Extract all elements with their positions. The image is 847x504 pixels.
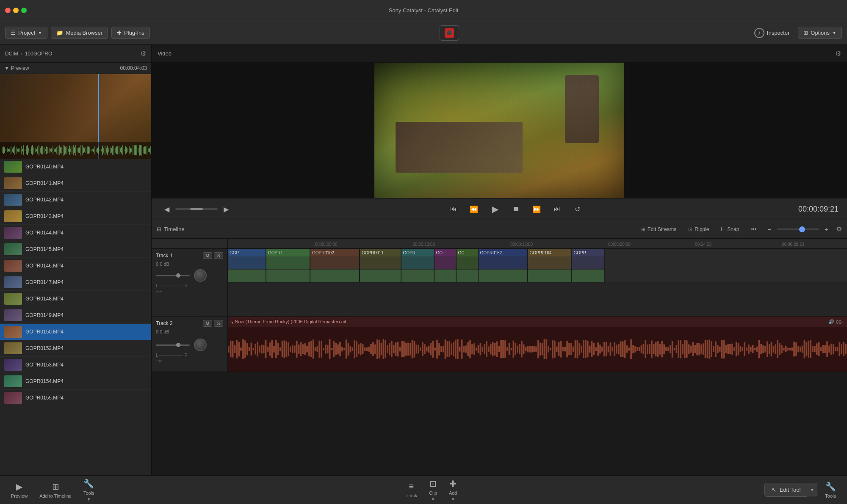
tools-left-button[interactable]: 🔧 Tools ▼ <box>79 477 99 503</box>
clip-waveform <box>528 270 571 282</box>
svg-rect-271 <box>787 348 789 350</box>
inspector-button[interactable]: i Inspector <box>749 25 794 41</box>
scroll-right-button[interactable]: ▶ <box>219 202 233 216</box>
track-2-pan-knob[interactable] <box>194 339 207 351</box>
plug-ins-button[interactable]: ✚ Plug-Ins <box>111 27 150 39</box>
settings-icon[interactable]: ⚙ <box>140 50 146 58</box>
step-forward-button[interactable]: ⏩ <box>530 202 543 216</box>
options-button[interactable]: ⊞ Options ▼ <box>798 27 842 39</box>
track-2-fader[interactable] <box>156 344 190 346</box>
media-browser-button[interactable]: 📁 Media Browser <box>51 27 108 39</box>
svg-rect-168 <box>575 340 576 358</box>
timeline-settings-icon[interactable]: ⚙ <box>836 225 842 233</box>
step-back-button[interactable]: ⏪ <box>467 202 481 216</box>
file-list-item[interactable]: GOPR0145.MP4 <box>0 241 151 258</box>
track-1-mute-button[interactable]: M <box>203 252 212 259</box>
breadcrumb-separator: › <box>21 51 22 57</box>
track-1-solo-button[interactable]: S <box>214 252 223 259</box>
waveform-bar <box>106 148 107 153</box>
file-list-item[interactable]: GOPR0154.MP4 <box>0 373 151 390</box>
clip-block[interactable]: GC <box>457 249 479 282</box>
zoom-out-button[interactable]: − <box>765 225 774 234</box>
preview-waveform <box>0 142 151 159</box>
file-list-item[interactable]: GOPR0140.MP4 <box>0 159 151 175</box>
video-settings-icon[interactable]: ⚙ <box>835 50 841 58</box>
go-to-start-button[interactable]: ⏮ <box>447 202 460 216</box>
clip-block[interactable]: GOPR0102... <box>310 249 360 282</box>
waveform-bar <box>93 149 94 152</box>
clip-block[interactable]: GOPR0164 <box>528 249 572 282</box>
waveform-bar <box>98 146 99 154</box>
track-button[interactable]: ≡ Track <box>401 480 421 500</box>
tools-right-button[interactable]: 🔧 Tools <box>821 480 840 500</box>
edit-tool-dropdown[interactable]: ▼ <box>807 483 817 496</box>
zoom-in-button[interactable]: + <box>822 225 831 234</box>
snap-button[interactable]: ⊢ Snap <box>717 225 742 234</box>
timeline-header: ⊞ Timeline ⊞ Edit Streams ⊡ Ripple ⊢ Sna… <box>152 220 847 239</box>
svg-rect-161 <box>560 341 562 357</box>
clip-block[interactable]: GOPR0011 <box>360 249 401 282</box>
video-preview[interactable] <box>152 63 847 198</box>
clip-block[interactable]: GOPRI <box>401 249 435 282</box>
svg-rect-62 <box>356 341 357 357</box>
clip-block[interactable]: GOPR0162... <box>479 249 528 282</box>
file-list-item[interactable]: GOPR0143.MP4 <box>0 208 151 225</box>
svg-rect-107 <box>448 341 450 357</box>
waveform-bar <box>144 146 145 154</box>
play-button[interactable]: ▶ <box>487 201 503 217</box>
file-list-item[interactable]: GOPR0155.MP4 <box>0 390 151 406</box>
file-list-item[interactable]: GOPR0141.MP4 <box>0 175 151 192</box>
add-to-timeline-button[interactable]: ⊞ Add to Timeline <box>35 480 76 500</box>
track-1-pan-label: L ──────── R <box>156 284 223 288</box>
track-1-pan-knob[interactable] <box>194 269 207 282</box>
minimize-button[interactable] <box>13 8 19 13</box>
clip-button[interactable]: ⊡ Clip ▼ <box>425 477 441 503</box>
more-options-button[interactable]: ••• <box>747 225 760 234</box>
clip-block[interactable]: GGP <box>228 249 266 282</box>
clip-block[interactable]: GOPRI <box>266 249 310 282</box>
stop-button[interactable]: ⏹ <box>509 202 523 216</box>
zoom-slider[interactable] <box>777 229 819 230</box>
project-button[interactable]: ☰ Project ▼ <box>5 27 47 39</box>
svg-rect-236 <box>715 342 717 357</box>
file-list-item[interactable]: GOPR0148.MP4 <box>0 291 151 307</box>
svg-rect-92 <box>418 345 419 354</box>
file-list-item[interactable]: GOPR0144.MP4 <box>0 225 151 241</box>
track-1-fader[interactable] <box>156 275 190 276</box>
clip-block[interactable]: GO <box>435 249 457 282</box>
track-2-solo-button[interactable]: S <box>214 320 223 327</box>
preview-thumbnail[interactable] <box>0 74 151 159</box>
maximize-button[interactable] <box>21 8 27 13</box>
edit-tool-button[interactable]: ↖ Edit Tool <box>764 483 808 497</box>
add-button[interactable]: ✚ Add ▼ <box>445 477 462 503</box>
file-list-item[interactable]: GOPR0149.MP4 <box>0 307 151 324</box>
waveform-bar <box>31 146 32 154</box>
file-list-item[interactable]: GOPR0150.MP4 <box>0 324 151 340</box>
loop-button[interactable]: ↺ <box>570 202 584 216</box>
waveform-bar <box>3 146 4 154</box>
svg-rect-232 <box>707 340 709 358</box>
preview-bottom-button[interactable]: ▶ Preview <box>7 480 32 500</box>
svg-rect-35 <box>300 342 302 356</box>
waveform-bar <box>32 145 33 156</box>
file-list-item[interactable]: GOPR0146.MP4 <box>0 258 151 274</box>
svg-rect-216 <box>674 348 675 350</box>
scroll-left-button[interactable]: ◀ <box>160 202 174 216</box>
clip-block[interactable]: GOPR <box>572 249 605 282</box>
waveform-bar <box>129 146 130 154</box>
track-2-mute-button[interactable]: M <box>203 320 212 327</box>
svg-rect-59 <box>350 346 352 353</box>
file-list-item[interactable]: GOPR0147.MP4 <box>0 274 151 291</box>
go-to-end-button[interactable]: ⏭ <box>550 202 564 216</box>
file-list: GOPR0140.MP4GOPR0141.MP4GOPR0142.MP4GOPR… <box>0 159 151 475</box>
close-button[interactable] <box>5 8 11 13</box>
file-name: GOPR0152.MP4 <box>25 345 64 351</box>
file-list-item[interactable]: GOPR0153.MP4 <box>0 357 151 373</box>
file-list-item[interactable]: GOPR0152.MP4 <box>0 340 151 357</box>
edit-streams-button[interactable]: ⊞ Edit Streams <box>638 225 680 234</box>
record-button[interactable]: ⬛ <box>440 25 459 41</box>
svg-rect-265 <box>775 344 776 354</box>
dropdown-chevron: ▼ <box>810 487 814 492</box>
file-list-item[interactable]: GOPR0142.MP4 <box>0 192 151 208</box>
ripple-button[interactable]: ⊡ Ripple <box>685 225 712 234</box>
